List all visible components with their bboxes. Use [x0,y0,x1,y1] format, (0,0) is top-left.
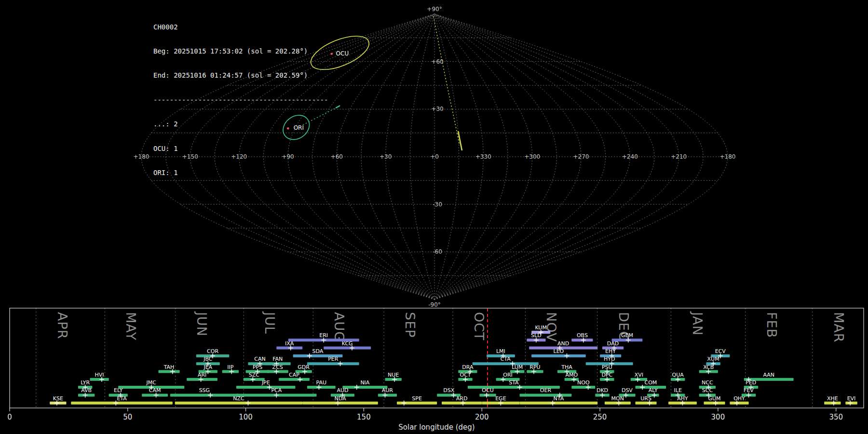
shower-label-STA: STA [509,380,519,386]
month-label-MAR: MAR [831,312,846,343]
shower-label-RPU: RPU [529,364,540,370]
lat-label: -60 [433,248,442,255]
shower-label-JEA: JEA [203,364,212,370]
shower-label-FEV: FEV [744,387,754,393]
activity-bar-NTA [520,402,598,405]
shower-label-CAN: CAN [254,356,265,362]
shower-label-OBS: OBS [577,332,588,339]
x-tick-label: 350 [829,413,843,421]
x-axis-title: Solar longitude (deg) [398,423,475,432]
shower-label-FAN: FAN [272,356,283,362]
observation-end: End: 20251016 01:24:57 (sol = 202.59°) [153,71,328,80]
activity-bar-NZC [175,402,302,405]
activity-bar-TAH [159,370,180,373]
shower-label-ORI: ORI [503,372,513,378]
shower-label-AVB: AVB [81,387,92,393]
radiant-center-OCU [331,53,333,54]
shower-label-CAP: CAP [289,372,299,378]
shower-label-DAD: DAD [607,340,619,347]
shower-label-LUM: LUM [512,364,523,370]
shower-label-AHY: AHY [677,395,688,402]
shower-label-PER: PER [328,356,339,362]
shower-label-XCB: XCB [703,364,714,370]
shower-label-HVI: HVI [95,372,104,378]
month-label-AUG: AUG [332,312,347,342]
shower-label-AMO: AMO [565,372,578,378]
activity-bar-LEO [531,354,586,357]
lon-label: +0 [430,153,439,160]
shower-label-ELY: ELY [114,387,123,393]
shower-label-SCC: SCC [702,387,713,393]
shower-label-EVI: EVI [847,395,856,402]
shower-label-FED: FED [746,380,757,386]
month-label-OCT: OCT [472,312,487,341]
count-sporadic: ...: 2 [153,120,328,128]
shower-label-OCU: OCU [482,387,493,393]
shower-label-GEM: GEM [621,332,633,339]
shower-label-ECV: ECV [715,348,726,354]
x-tick-label: 200 [475,413,489,421]
activity-bar-ETA [71,402,172,405]
meteor-track-dashed [434,16,460,146]
shower-label-PPS: PPS [253,364,262,370]
shower-label-TAH: TAH [163,364,175,370]
shower-label-CTA: CTA [501,356,511,362]
station-code: CH0002 [153,23,328,31]
shower-label-AAN: AAN [763,372,774,378]
shower-label-NTA: NTA [554,395,564,402]
month-label-JUL: JUL [262,311,277,334]
activity-bar-URS [636,402,657,405]
meridian-line [434,14,654,299]
shower-label-IIP: IIP [227,364,233,370]
shower-label-CAM: CAM [149,387,161,393]
shower-label-GDR: GDR [298,364,310,370]
month-label-MAY: MAY [123,312,138,340]
shower-label-LYR: LYR [81,380,90,386]
shower-label-NCC: NCC [702,380,713,386]
lat-label: +30 [431,106,443,112]
shower-label-PAU: PAU [316,380,327,386]
shower-label-EGE: EGE [495,395,506,402]
activity-bar-PER [307,362,359,365]
shower-label-DSX: DSX [443,387,454,393]
x-tick-label: 0 [7,413,12,421]
shower-label-ERI: ERI [319,332,328,339]
shower-label-IXA: IXA [285,340,294,347]
x-tick-label: 50 [123,413,132,421]
shower-label-NDA: NDA [334,395,346,402]
radiant-label-OCU: OCU [336,50,349,57]
lon-label: +60 [331,153,343,160]
shower-label-ARD: ARD [456,395,468,402]
shower-label-NOO: NOO [577,380,590,386]
observation-begin: Beg: 20251015 17:53:02 (sol = 202.28°) [153,47,328,55]
shower-label-ARI: ARI [198,372,206,378]
shower-label-THA: THA [561,364,572,370]
month-label-JAN: JAN [690,311,705,336]
pole-label-south: -90° [428,301,441,308]
shower-label-LMI: LMI [496,348,505,354]
lat-label: -30 [433,201,442,208]
shower-label-AND: AND [557,340,569,347]
shower-label-AUR: AUR [382,387,393,393]
activity-bar-KCG [324,347,371,350]
shower-label-JMC: JMC [146,380,157,386]
lon-label: +240 [622,153,638,160]
lon-label: +300 [524,153,540,160]
pole-label-north: +90° [427,6,442,13]
shower-label-SDA: SDA [312,348,324,354]
shower-label-URS: URS [640,395,651,402]
shower-label-NZC: NZC [233,395,244,402]
count-ocu: OCU: 1 [153,145,328,153]
lon-label: +270 [573,153,589,160]
shower-label-EHY: EHY [605,348,616,354]
shower-label-DRA: DRA [462,364,474,370]
lon-label: +210 [671,153,687,160]
shower-label-QUA: QUA [672,372,684,378]
shower-label-PCA: PCA [271,387,282,393]
shower-label-COM: COM [644,380,657,386]
shower-label-OER: OER [540,387,552,393]
shower-label-ALY: ALY [649,387,658,393]
shower-label-DSV: DSV [622,387,633,393]
x-tick-label: 250 [593,413,607,421]
shower-label-XVI: XVI [635,372,643,378]
